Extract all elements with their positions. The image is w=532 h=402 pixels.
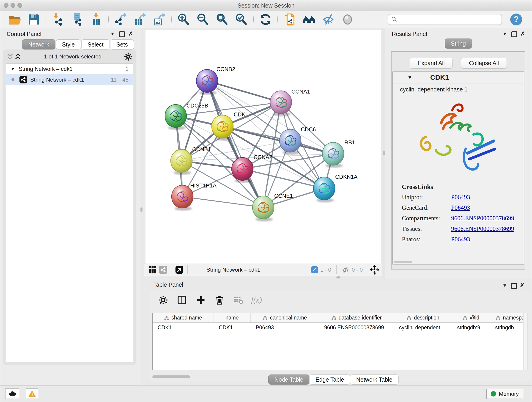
network-edge[interactable] bbox=[207, 81, 281, 102]
network-row-selected[interactable]: String Network – cdk1 11 48 bbox=[6, 74, 133, 85]
panel-float-icon[interactable]: ▾ bbox=[503, 282, 506, 288]
crosslink-link[interactable]: P06493 bbox=[451, 204, 470, 211]
table-cell[interactable]: 9606.ENSP00000378699 bbox=[319, 323, 394, 332]
tab-edge-table[interactable]: Edge Table bbox=[309, 375, 350, 385]
tab-network[interactable]: Network bbox=[22, 39, 56, 50]
column-header[interactable]: @id bbox=[452, 313, 490, 322]
birdseye-crosshair-icon[interactable] bbox=[369, 264, 380, 276]
zoom-fit-button[interactable] bbox=[212, 12, 232, 27]
panel-float-icon[interactable]: ▾ bbox=[503, 31, 506, 37]
detach-view-icon[interactable] bbox=[174, 264, 185, 275]
panel-close-icon[interactable]: ✗ bbox=[520, 282, 525, 288]
column-header[interactable]: canonical name bbox=[251, 313, 319, 322]
panel-maximize-icon[interactable] bbox=[511, 32, 517, 37]
import-network-file-button[interactable] bbox=[48, 12, 68, 27]
tab-string[interactable]: String bbox=[445, 38, 472, 49]
cloud-status-button[interactable] bbox=[5, 389, 19, 399]
table-vertical-scroll-area[interactable] bbox=[523, 313, 527, 370]
network-node-ccnb1[interactable] bbox=[171, 149, 192, 175]
tab-node-table[interactable]: Node Table bbox=[268, 375, 309, 385]
table-cell[interactable]: CDK1 bbox=[214, 323, 251, 332]
splitter-handle[interactable] bbox=[383, 151, 385, 155]
column-header[interactable]: namespace bbox=[490, 313, 527, 322]
expand-all-button[interactable]: Expand All bbox=[410, 58, 453, 69]
table-cell[interactable]: P06493 bbox=[251, 323, 319, 332]
network-collection-row[interactable]: ▼ String Network – cdk1 1 bbox=[6, 64, 133, 74]
refresh-button[interactable] bbox=[256, 12, 275, 27]
network-edge[interactable] bbox=[222, 127, 333, 154]
network-share-icon[interactable] bbox=[158, 264, 168, 275]
help-button[interactable]: ? bbox=[510, 13, 522, 26]
grid-view-icon[interactable] bbox=[147, 264, 158, 275]
node-expand-icon[interactable]: ▼ bbox=[407, 75, 412, 80]
show-panel-button[interactable] bbox=[338, 12, 357, 27]
show-columns-icon[interactable] bbox=[176, 294, 188, 306]
panel-maximize-icon[interactable] bbox=[511, 283, 517, 289]
right-panel-splitter[interactable] bbox=[382, 28, 385, 279]
network-node-ccna1[interactable] bbox=[270, 91, 292, 116]
table-panel-splitter[interactable] bbox=[144, 276, 382, 279]
column-header[interactable]: shared name bbox=[152, 313, 214, 322]
network-node-cdc25b[interactable] bbox=[165, 104, 186, 130]
crosslink-link[interactable]: P06493 bbox=[451, 194, 470, 201]
network-node-ccna2[interactable] bbox=[232, 157, 253, 183]
zoom-out-button[interactable] bbox=[193, 12, 212, 27]
network-node-ccnb2[interactable] bbox=[196, 70, 218, 95]
network-canvas[interactable]: CCNB2CCNA1CDC25BCDK1CDC6RB1CCNB1CCNA2CDK… bbox=[146, 30, 381, 264]
expand-all-networks-icon[interactable] bbox=[14, 53, 22, 60]
collapse-all-button[interactable]: Collapse All bbox=[461, 58, 507, 69]
network-node-ccne1[interactable] bbox=[253, 196, 274, 221]
panel-float-icon[interactable]: ▾ bbox=[111, 31, 114, 37]
column-header[interactable]: name bbox=[214, 313, 251, 322]
add-column-icon[interactable] bbox=[195, 294, 207, 306]
results-scrollbar[interactable] bbox=[394, 261, 412, 263]
import-network-database-button[interactable] bbox=[68, 12, 87, 27]
splitter-handle[interactable] bbox=[336, 276, 341, 279]
export-network-button[interactable] bbox=[111, 12, 130, 27]
search-input[interactable] bbox=[399, 16, 499, 23]
crosslink-link[interactable]: P06493 bbox=[451, 236, 470, 243]
tab-sets[interactable]: Sets bbox=[110, 39, 134, 50]
network-node-cdkn1a[interactable] bbox=[313, 177, 335, 202]
selected-checkbox-icon[interactable]: ✓ bbox=[311, 266, 318, 273]
node-table[interactable]: shared namenamecanonical namedatabase id… bbox=[152, 313, 527, 370]
save-session-button[interactable] bbox=[24, 12, 43, 27]
tab-style[interactable]: Style bbox=[56, 39, 81, 50]
warnings-button[interactable] bbox=[26, 389, 38, 399]
collapse-all-networks-icon[interactable] bbox=[6, 53, 14, 60]
hidden-eye-icon[interactable] bbox=[342, 266, 349, 274]
crosslink-link[interactable]: 9606.ENSP00000378699 bbox=[451, 215, 514, 222]
panel-maximize-icon[interactable] bbox=[119, 32, 125, 37]
import-table-file-button[interactable] bbox=[87, 12, 106, 27]
table-cell[interactable]: CDK1 bbox=[152, 323, 214, 332]
network-edge[interactable] bbox=[182, 197, 263, 207]
open-session-button[interactable] bbox=[5, 12, 24, 27]
panel-close-icon[interactable]: ✗ bbox=[128, 31, 133, 37]
network-options-gear-icon[interactable] bbox=[124, 52, 133, 61]
share-document-button[interactable] bbox=[280, 12, 299, 27]
table-cell[interactable]: cyclin–dependent ... bbox=[394, 323, 452, 332]
export-image-button[interactable] bbox=[150, 12, 169, 27]
zoom-in-button[interactable] bbox=[174, 12, 193, 27]
tab-network-table[interactable]: Network Table bbox=[350, 375, 399, 385]
table-row[interactable]: CDK1CDK1P064939606.ENSP00000378699cyclin… bbox=[152, 323, 527, 332]
column-header[interactable]: database identifier bbox=[319, 313, 394, 322]
network-node-hist1h1a[interactable] bbox=[172, 185, 193, 211]
table-horizontal-scrollbar[interactable] bbox=[152, 375, 190, 378]
crosslink-link[interactable]: 9606.ENSP00000378699 bbox=[451, 225, 514, 232]
delete-column-icon[interactable] bbox=[214, 294, 225, 306]
splitter-handle[interactable] bbox=[140, 207, 143, 212]
zoom-selected-button[interactable] bbox=[232, 12, 251, 27]
column-header[interactable]: description bbox=[394, 313, 452, 322]
table-options-gear-icon[interactable] bbox=[157, 294, 169, 306]
memory-button[interactable]: Memory bbox=[486, 389, 523, 399]
tab-select[interactable]: Select bbox=[81, 39, 109, 50]
search-box[interactable] bbox=[388, 14, 502, 25]
table-cell[interactable]: stringdb:9... bbox=[452, 323, 490, 332]
collection-expand-icon[interactable]: ▼ bbox=[11, 66, 15, 71]
hide-panel-button[interactable] bbox=[319, 12, 338, 27]
panel-close-icon[interactable]: ✗ bbox=[520, 31, 525, 37]
network-node-rb1[interactable] bbox=[322, 142, 344, 168]
home-network-button[interactable] bbox=[299, 12, 319, 27]
export-table-button[interactable] bbox=[130, 12, 150, 27]
